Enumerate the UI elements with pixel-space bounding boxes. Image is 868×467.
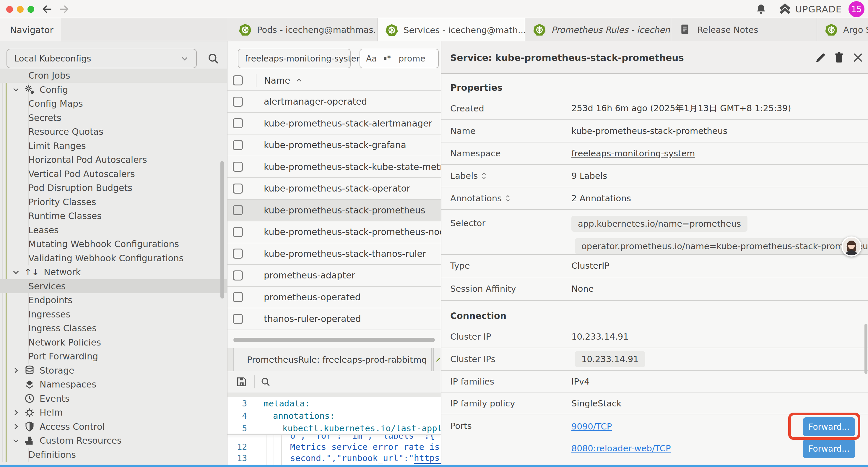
sidebar-item-validating-webhook-configurations[interactable]: Validating Webhook Configurations — [0, 251, 227, 265]
list-search-input[interactable]: Aa * prome — [360, 49, 439, 68]
sidebar-item-cron-jobs[interactable]: Cron Jobs — [0, 68, 227, 83]
forward-button-8080[interactable]: Forward... — [803, 439, 855, 458]
sidebar-scrollbar[interactable] — [220, 161, 224, 298]
chevron-down-icon[interactable] — [0, 268, 24, 276]
row-checkbox[interactable] — [233, 270, 243, 281]
tab-prometheus-rules[interactable]: Prometheus Rules - icecheng... — [525, 18, 671, 41]
expand-toggle-icon[interactable] — [505, 194, 511, 203]
runbook-url-link[interactable]: https://net — [414, 453, 441, 464]
yaml-editor[interactable]: 3metadata: 4annotations: 5kubectl.kubern… — [227, 397, 441, 467]
pencil-icon — [435, 355, 441, 365]
sidebar-item-namespaces[interactable]: Namespaces — [0, 377, 227, 391]
port-link-8080[interactable]: 8080:reloader-web/TCP — [571, 443, 671, 454]
sidebar-item-access-control-group[interactable]: Access Control — [0, 420, 227, 434]
sidebar-item-limit-ranges[interactable]: Limit Ranges — [0, 139, 227, 153]
sidebar-item-network-policies[interactable]: Network Policies — [0, 335, 227, 350]
tab-pods[interactable]: Pods - icecheng@mathmas... — [231, 18, 378, 41]
sidebar-item-definitions[interactable]: Definitions — [0, 448, 227, 462]
sidebar-item-mutating-webhook-configurations[interactable]: Mutating Webhook Configurations — [0, 237, 227, 251]
close-window-button[interactable] — [6, 6, 13, 13]
table-row[interactable]: kube-prometheus-stack-prometheus-node-ex… — [227, 222, 441, 243]
upgrade-button[interactable]: UPGRADE — [779, 3, 842, 16]
table-row[interactable]: kube-prometheus-stack-operator — [227, 178, 441, 200]
select-all-checkbox[interactable] — [233, 76, 243, 85]
table-row-selected[interactable]: kube-prometheus-stack-prometheus — [227, 200, 441, 222]
expand-toggle-icon[interactable] — [481, 171, 487, 181]
chevron-right-icon[interactable] — [0, 408, 24, 417]
namespace-link[interactable]: freeleaps-monitoring-system — [571, 148, 695, 158]
table-row[interactable]: kube-prometheus-stack-alertmanager — [227, 113, 441, 135]
row-checkbox[interactable] — [233, 292, 243, 302]
column-header-name[interactable]: Name — [264, 76, 303, 86]
kubeconfig-selector[interactable]: Local Kubeconfigs — [6, 49, 197, 68]
sidebar-search-icon[interactable] — [207, 52, 220, 65]
sidebar-item-runtime-classes[interactable]: Runtime Classes — [0, 209, 227, 223]
row-checkbox[interactable] — [233, 162, 243, 172]
row-checkbox[interactable] — [233, 314, 243, 324]
tab-services[interactable]: Services - icecheng@math... — [378, 18, 525, 42]
sidebar-item-ingress-classes[interactable]: Ingress Classes — [0, 321, 227, 335]
port-link-9090[interactable]: 9090/TCP — [571, 421, 612, 432]
editor-search-icon[interactable] — [260, 376, 271, 387]
sidebar-item-vertical-pod-autoscalers[interactable]: Vertical Pod Autoscalers — [0, 167, 227, 181]
table-row[interactable]: prometheus-operated — [227, 287, 441, 309]
editor-tab-prometheusrule[interactable]: PrometheusRule: freeleaps-prod-rabbitmq — [234, 348, 432, 371]
namespace-filter-dropdown[interactable]: freeleaps-monitoring-system — [238, 49, 351, 68]
chevron-right-icon[interactable] — [0, 422, 24, 431]
table-row[interactable]: thanos-ruler-operated — [227, 308, 441, 330]
sidebar-item-priority-classes[interactable]: Priority Classes — [0, 195, 227, 209]
editor-tab-partial[interactable] — [433, 348, 441, 371]
chevron-right-icon[interactable] — [0, 366, 24, 375]
table-header: Name — [227, 70, 441, 91]
row-checkbox[interactable] — [233, 205, 243, 215]
zoom-window-button[interactable] — [28, 6, 34, 13]
sidebar-item-resource-quotas[interactable]: Resource Quotas — [0, 125, 227, 139]
sidebar-item-helm-group[interactable]: Helm — [0, 406, 227, 420]
table-row[interactable]: alertmanager-operated — [227, 91, 441, 113]
sidebar-item-leases[interactable]: Leases — [0, 223, 227, 237]
table-row[interactable]: prometheus-adapter — [227, 265, 441, 287]
minimize-window-button[interactable] — [17, 6, 24, 13]
editor-tab-bar: PrometheusRule: freeleaps-prod-rabbitmq — [227, 348, 441, 371]
match-case-toggle[interactable]: Aa — [366, 54, 377, 63]
sidebar-item-config-group[interactable]: Config — [0, 83, 227, 97]
sidebar-item-services[interactable]: Services — [0, 279, 227, 293]
table-row[interactable]: kube-prometheus-stack-thanos-ruler — [227, 243, 441, 265]
row-checkbox[interactable] — [233, 118, 243, 128]
tab-argo[interactable]: Argo Se — [817, 18, 868, 41]
table-row[interactable]: kube-prometheus-stack-kube-state-metrics — [227, 156, 441, 178]
horizontal-scrollbar[interactable] — [234, 338, 435, 342]
sidebar-item-ingresses[interactable]: Ingresses — [0, 308, 227, 322]
notification-count-badge[interactable]: 15 — [848, 1, 864, 17]
chevron-down-icon[interactable] — [0, 437, 24, 445]
sidebar-item-port-forwarding[interactable]: Port Forwarding — [0, 349, 227, 363]
sidebar-item-secrets[interactable]: Secrets — [0, 111, 227, 125]
detail-scrollbar[interactable] — [864, 324, 867, 374]
sidebar-item-events[interactable]: Events — [0, 391, 227, 406]
chevron-down-icon[interactable] — [0, 85, 24, 94]
back-arrow-icon[interactable] — [41, 3, 53, 15]
notifications-bell-icon[interactable] — [755, 3, 767, 15]
row-checkbox[interactable] — [233, 97, 243, 107]
sidebar-item-custom-resources-group[interactable]: Custom Resources — [0, 434, 227, 448]
avatar[interactable] — [841, 236, 862, 257]
delete-trash-icon[interactable] — [833, 51, 845, 64]
navigator-tab[interactable]: Navigator — [0, 18, 61, 41]
sidebar-item-endpoints[interactable]: Endpoints — [0, 293, 227, 308]
sidebar-item-horizontal-pod-autoscalers[interactable]: Horizontal Pod Autoscalers — [0, 153, 227, 167]
row-checkbox[interactable] — [233, 227, 243, 237]
row-checkbox[interactable] — [233, 183, 243, 194]
tab-release-notes[interactable]: Release Notes — [671, 18, 817, 41]
regex-toggle[interactable]: * — [384, 56, 392, 61]
sidebar-item-config-maps[interactable]: Config Maps — [0, 97, 227, 111]
sidebar-item-storage-group[interactable]: Storage — [0, 363, 227, 378]
forward-arrow-icon[interactable] — [58, 3, 70, 15]
sidebar-item-network-group[interactable]: ↑↓ Network — [0, 265, 227, 279]
row-checkbox[interactable] — [233, 249, 243, 259]
edit-pencil-icon[interactable] — [814, 51, 827, 64]
table-row[interactable]: kube-prometheus-stack-grafana — [227, 135, 441, 156]
close-panel-icon[interactable] — [851, 51, 864, 64]
row-checkbox[interactable] — [233, 140, 243, 150]
sidebar-item-pod-disruption-budgets[interactable]: Pod Disruption Budgets — [0, 181, 227, 195]
save-icon[interactable] — [236, 376, 248, 388]
